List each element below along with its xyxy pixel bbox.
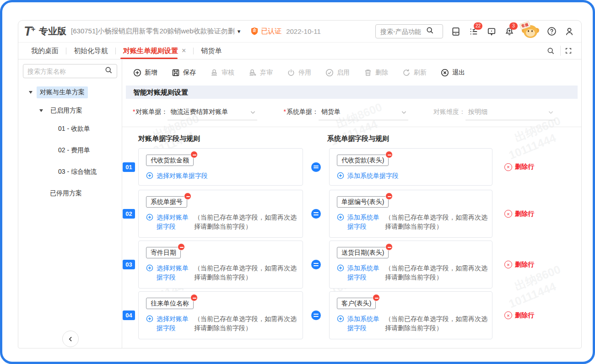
right-column-header: 系统单据字段与规则 xyxy=(327,134,389,143)
delete-button: 删除 xyxy=(364,69,388,77)
search-icon[interactable] xyxy=(426,27,434,36)
help-icon[interactable] xyxy=(546,26,557,37)
delete-row-button[interactable]: × 删除行 xyxy=(504,311,534,320)
certified-date: 2022-10-11 xyxy=(286,27,321,35)
tree-node-plan-03[interactable]: 03 - 综合物流 xyxy=(23,166,117,178)
message-icon[interactable] xyxy=(486,26,497,37)
remove-field-icon[interactable] xyxy=(373,294,380,301)
unaudit-button: 弃审 xyxy=(249,69,273,77)
remove-field-icon[interactable] xyxy=(385,151,393,158)
plan-search-input[interactable] xyxy=(27,68,105,75)
equals-match-icon xyxy=(311,209,321,219)
rule-form: *对账单据： 物流运费结算对账单 *系统单据： 销货单 对账维度： xyxy=(122,99,581,127)
single-select-note: （当前已存在单选字段，如需再次选择请删除当前字段） xyxy=(194,263,298,282)
add-system-field-link[interactable]: 添加系统单据字段 xyxy=(337,171,399,180)
product-search-box[interactable] xyxy=(375,24,443,38)
field-chip: 系统单据号 xyxy=(146,196,187,208)
row-number-badge: 03 xyxy=(123,260,135,269)
column-headers: 对账单据字段与规则 系统单据字段与规则 xyxy=(122,134,581,144)
plan-search-box[interactable] xyxy=(23,64,117,78)
header-icons: 22 3 客服 xyxy=(450,24,575,39)
tree-node-root[interactable]: 对账与生单方案 xyxy=(23,86,117,98)
tree-node-enabled-group[interactable]: 已启用方案 xyxy=(23,105,117,117)
tree-root-label[interactable]: 对账与生单方案 xyxy=(37,86,88,98)
save-button[interactable]: 保存 xyxy=(172,69,196,77)
tree-expand-icon[interactable] xyxy=(29,91,32,94)
right-field-card: 单据编号(表头) 添加系统单据字段 （当前已存在单选字段，如需再次选择请删除当前… xyxy=(329,190,492,238)
required-asterisk: * xyxy=(283,108,286,115)
main-panel: 出纳860010111444 出纳860010111444 出纳86001011… xyxy=(122,59,581,348)
remove-field-icon[interactable] xyxy=(184,193,191,200)
delete-row-icon: × xyxy=(504,311,512,319)
remove-field-icon[interactable] xyxy=(385,243,393,251)
tree-node-plan-02[interactable]: 02 - 费用单 xyxy=(23,145,117,156)
tab-sales-order[interactable]: 销货单 xyxy=(194,43,229,59)
field-chip: 送货日期(表头) xyxy=(337,247,389,258)
reconciliation-doc-select[interactable]: 物流运费结算对账单 xyxy=(168,107,257,120)
chevron-down-icon xyxy=(250,108,255,116)
tree-expand-icon[interactable] xyxy=(39,109,43,112)
tab-tools xyxy=(543,46,576,56)
delete-row-button[interactable]: × 删除行 xyxy=(504,261,534,269)
left-field-card: 系统单据号 选择对账单据字段 （当前已存在单选字段，如需再次选择请删除当前字段） xyxy=(138,190,303,238)
delete-row-button[interactable]: × 删除行 xyxy=(504,210,534,218)
fullscreen-icon[interactable] xyxy=(560,46,576,56)
tab-reconciliation-rules[interactable]: 对账生单规则设置 × xyxy=(116,43,193,59)
add-button[interactable]: 新增 xyxy=(133,69,157,77)
remove-field-icon[interactable] xyxy=(190,294,198,301)
tab-close-icon[interactable]: × xyxy=(182,47,186,55)
left-field-card: 代收货款金额 选择对账单据字段 xyxy=(138,148,303,186)
tab-init-nav[interactable]: 初始化导航 xyxy=(66,43,115,59)
tree-node-plan-01[interactable]: 01 - 收款单 xyxy=(23,123,117,135)
system-doc-select[interactable]: 销货单 xyxy=(319,107,408,120)
field-chip: 单据编号(表头) xyxy=(337,196,389,208)
toolbar: 新增 保存 审核 弃审 停用 xyxy=(122,59,581,86)
field-chip: 客户(表头) xyxy=(337,298,376,309)
account-dropdown-caret[interactable]: ▾ xyxy=(238,28,241,35)
field-label: 对账维度： xyxy=(433,108,465,116)
required-asterisk: * xyxy=(133,108,135,115)
left-column-header: 对账单据字段与规则 xyxy=(138,134,200,143)
tab-search-icon[interactable] xyxy=(543,46,558,56)
select-reconciliation-field-link[interactable]: 选择对账单据字段 xyxy=(146,263,190,282)
customer-service-mascot[interactable]: 客服 xyxy=(522,24,539,39)
field-chip: 寄件日期 xyxy=(146,247,181,258)
sidebar: 对账与生单方案 已启用方案 01 - 收款单 02 - 费用单 03 - 综合物… xyxy=(18,59,122,348)
window-frame: T+ 专业版 [630751]小畅报销启用新零售20赊销web收款验证勿删 ▾ … xyxy=(0,0,595,364)
active-tab-underline xyxy=(120,58,178,59)
row-number-badge: 01 xyxy=(123,162,135,172)
right-field-card: 代收货款(表头) 添加系统单据字段 xyxy=(329,148,492,186)
notification-bell-icon[interactable]: 3 xyxy=(504,26,515,37)
account-name[interactable]: [630751]小畅报销启用新零售20赊销web收款验证勿删 xyxy=(71,27,235,36)
disable-button: 停用 xyxy=(287,69,311,77)
certified-badge: 企 已认证 2022-10-11 xyxy=(250,27,321,36)
plan-tree: 对账与生单方案 已启用方案 01 - 收款单 02 - 费用单 03 - 综合物… xyxy=(23,86,117,199)
right-field-card: 客户(表头) 添加系统单据字段 （当前已存在单选字段，如需再次选择请删除当前字段… xyxy=(329,291,492,339)
add-system-field-link[interactable]: 添加系统单据字段 xyxy=(337,314,381,332)
add-system-field-link[interactable]: 添加系统单据字段 xyxy=(337,213,381,231)
select-reconciliation-field-link[interactable]: 选择对账单据字段 xyxy=(146,171,208,180)
field-chip: 往来单位名称 xyxy=(146,298,194,309)
remove-field-icon[interactable] xyxy=(385,193,393,200)
remove-field-icon[interactable] xyxy=(190,151,198,158)
select-reconciliation-field-link[interactable]: 选择对账单据字段 xyxy=(146,213,190,231)
tab-my-desktop[interactable]: 我的桌面 xyxy=(24,43,66,59)
todo-list-icon[interactable]: 22 xyxy=(468,26,479,37)
app-header: T+ 专业版 [630751]小畅报销启用新零售20赊销web收款验证勿删 ▾ … xyxy=(18,21,581,43)
delete-row-button[interactable]: × 删除行 xyxy=(504,163,534,171)
audit-button: 审核 xyxy=(210,69,234,77)
select-reconciliation-field-link[interactable]: 选择对账单据字段 xyxy=(146,314,190,332)
sidebar-collapse-button[interactable] xyxy=(62,331,79,347)
user-icon[interactable] xyxy=(564,26,575,37)
search-icon[interactable] xyxy=(105,66,113,76)
product-search-input[interactable] xyxy=(380,28,426,35)
add-system-field-link[interactable]: 添加系统单据字段 xyxy=(337,263,381,282)
delete-row-icon: × xyxy=(504,163,512,171)
remove-field-icon[interactable] xyxy=(178,243,185,251)
enterprise-shield-icon: 企 xyxy=(250,27,259,36)
calculator-icon[interactable] xyxy=(450,26,461,37)
tree-node-disabled-group[interactable]: 已停用方案 xyxy=(23,187,117,199)
exit-button[interactable]: 退出 xyxy=(441,69,465,77)
rule-row-02: 02 系统单据号 选择对账单据字段 （当前已存在单选字段，如需再次选择请删除当前… xyxy=(122,190,581,238)
tab-bar: 我的桌面 初始化导航 对账生单规则设置 × 销货单 xyxy=(18,43,581,59)
